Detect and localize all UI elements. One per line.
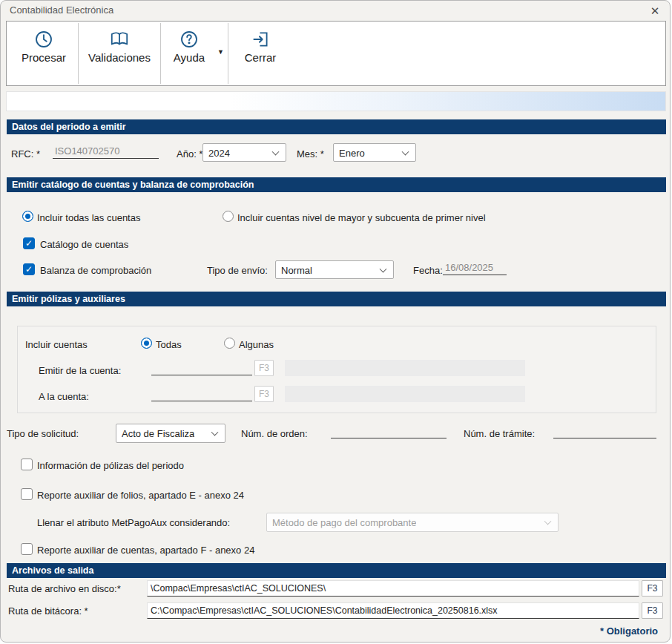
rfc-label: RFC: * (11, 148, 40, 160)
tipo-solicitud-select[interactable]: Acto de Fiscaliza (116, 424, 225, 443)
radio-incluir-nivel[interactable] (223, 211, 234, 222)
mes-label: Mes: * (297, 148, 324, 160)
radio-incluir-todas[interactable] (22, 211, 33, 222)
procesar-button[interactable]: Procesar (11, 24, 76, 82)
ayuda-dropdown-arrow-icon[interactable]: ▼ (217, 48, 224, 56)
mes-select-value: Enero (339, 147, 365, 158)
ruta-disco-input[interactable] (147, 580, 639, 597)
checkbox-cuentas-f[interactable] (21, 543, 33, 555)
a-la-cuenta-input[interactable] (151, 387, 252, 401)
emitir-de-cuenta-input[interactable] (151, 361, 252, 375)
num-tramite-label: Núm. de trámite: (464, 428, 535, 439)
ruta-bitacora-input[interactable] (147, 602, 639, 619)
checkbox-catalogo[interactable]: ✓ (23, 237, 35, 249)
chevron-down-icon (402, 148, 409, 155)
exit-icon (250, 29, 271, 50)
checkbox-balanza-label[interactable]: Balanza de comprobación (40, 265, 151, 276)
incluir-cuentas-label: Incluir cuentas (25, 339, 88, 350)
tipo-envio-select-value: Normal (281, 264, 312, 275)
fecha-input[interactable] (443, 260, 507, 275)
checkbox-catalogo-label[interactable]: Catálogo de cuentas (40, 239, 128, 250)
chevron-down-icon (211, 429, 219, 436)
chevron-down-icon (544, 518, 552, 525)
cuentas-groupbox: Incluir cuentas Todas Algunas Emitir de … (17, 326, 656, 413)
checkbox-cuentas-f-label[interactable]: Reporte auxiliar de cuentas, apartado F … (37, 545, 254, 556)
ruta-disco-label: Ruta de archivo en disco:* (8, 583, 121, 594)
section-header-polizas: Emitir pólizas y auxiliares (7, 292, 666, 306)
section-header-archivos: Archivos de salida (7, 563, 666, 578)
rfc-input[interactable] (53, 144, 159, 159)
num-tramite-input[interactable] (553, 424, 656, 438)
a-la-cuenta-label: A la cuenta: (39, 391, 89, 402)
check-icon: ✓ (25, 238, 33, 249)
a-la-cuenta-name-box (285, 386, 525, 402)
emitir-de-cuenta-f3-button[interactable]: F3 (254, 360, 274, 376)
ruta-bitacora-label: Ruta de bitácora: * (8, 605, 88, 617)
toolbar: Procesar Validaciones Ayuda ▼ (6, 21, 666, 86)
tipo-solicitud-label: Tipo de solicitud: (7, 428, 79, 439)
gradient-strip (6, 91, 666, 111)
obligatorio-note: * Obligatorio (600, 625, 658, 637)
tipo-solicitud-select-value: Acto de Fiscaliza (122, 428, 194, 439)
mes-select[interactable]: Enero (333, 143, 416, 162)
num-orden-input[interactable] (331, 424, 447, 438)
check-icon: ✓ (25, 264, 33, 275)
section-header-periodo: Datos del periodo a emitir (7, 119, 666, 134)
radio-cuentas-algunas[interactable] (224, 338, 235, 349)
radio-incluir-todas-label[interactable]: Incluir todas las cuentas (37, 212, 140, 223)
chevron-down-icon (380, 265, 387, 272)
checkbox-balanza[interactable]: ✓ (23, 263, 35, 275)
book-icon (109, 29, 130, 50)
toolbar-separator (160, 23, 161, 84)
checkbox-info-polizas[interactable] (21, 459, 33, 470)
radio-cuentas-algunas-label[interactable]: Algunas (239, 339, 274, 350)
chevron-down-icon (272, 148, 280, 155)
num-orden-label: Núm. de orden: (241, 428, 308, 439)
tipo-envio-select[interactable]: Normal (275, 260, 394, 279)
toolbar-separator (228, 23, 228, 84)
ruta-disco-f3-button[interactable]: F3 (642, 580, 663, 597)
ayuda-label: Ayuda (164, 51, 214, 64)
anio-select-value: 2024 (208, 147, 230, 158)
validaciones-button[interactable]: Validaciones (80, 24, 159, 82)
radio-incluir-nivel-label[interactable]: Incluir cuentas nivel de mayor y subcuen… (237, 212, 486, 223)
ruta-bitacora-f3-button[interactable]: F3 (642, 602, 663, 619)
window-title: Contabilidad Electrónica (10, 4, 113, 16)
emitir-de-cuenta-name-box (285, 360, 525, 376)
contabilidad-electronica-dialog: Contabilidad Electrónica ✕ Procesar Vali… (0, 0, 671, 643)
anio-label: Año: * (177, 148, 202, 160)
validaciones-label: Validaciones (80, 51, 159, 64)
anio-select[interactable]: 2024 (202, 143, 286, 162)
checkbox-folios-label[interactable]: Reporte auxiliar de folios, apartado E -… (37, 490, 244, 501)
metpago-select[interactable]: Método de pago del comprobante (266, 513, 559, 532)
checkbox-folios[interactable] (21, 488, 33, 500)
radio-cuentas-todas[interactable] (141, 338, 152, 349)
procesar-label: Procesar (11, 51, 76, 64)
emitir-de-cuenta-label: Emitir de la cuenta: (39, 365, 121, 376)
a-la-cuenta-f3-button[interactable]: F3 (254, 386, 274, 402)
radio-cuentas-todas-label[interactable]: Todas (156, 339, 182, 350)
section-header-catalogo: Emitir catálogo de cuentas y balanza de … (7, 177, 666, 192)
checkbox-info-polizas-label[interactable]: Información de pólizas del periodo (37, 460, 184, 471)
metpago-select-value: Método de pago del comprobante (272, 517, 416, 528)
ayuda-button[interactable]: Ayuda (164, 24, 214, 82)
title-bar: Contabilidad Electrónica ✕ (1, 1, 670, 20)
toolbar-separator (78, 23, 79, 84)
tipo-envio-label: Tipo de envío: (207, 265, 268, 276)
metpago-label: Llenar el atributo MetPagoAux consideran… (37, 517, 230, 528)
fecha-label: Fecha: (413, 265, 443, 276)
clock-icon (33, 29, 54, 50)
help-icon (179, 29, 200, 50)
close-icon[interactable]: ✕ (645, 3, 665, 19)
cerrar-button[interactable]: Cerrar (234, 24, 287, 82)
cerrar-label: Cerrar (234, 51, 287, 64)
